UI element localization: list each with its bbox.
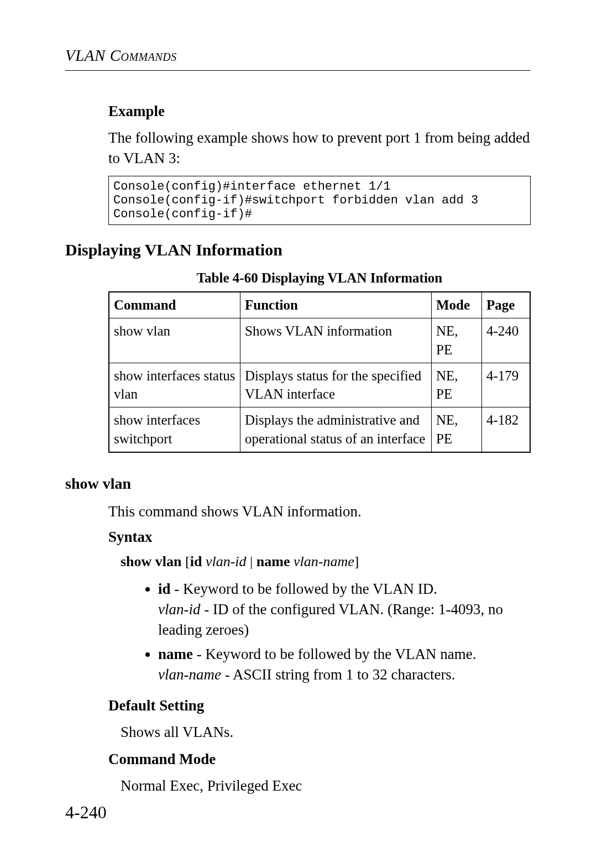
- syntax-line: show vlan [id vlan-id | name vlan-name]: [121, 553, 531, 570]
- bullet-kw: name: [158, 646, 193, 662]
- th-page: Page: [482, 292, 531, 318]
- list-item: id - Keyword to be followed by the VLAN …: [158, 579, 531, 641]
- command-name-heading: show vlan: [65, 475, 531, 493]
- bullet-kw: id: [158, 581, 171, 597]
- page: VLAN Commands Example The following exam…: [0, 0, 597, 868]
- vlan-info-table: Command Function Mode Page show vlan Sho…: [108, 291, 531, 452]
- syntax-kw: show vlan: [121, 553, 182, 569]
- syntax-kw-name: name: [256, 553, 290, 569]
- table-row: show interfaces switchport Displays the …: [109, 407, 530, 452]
- bullet-arg: vlan-id: [158, 601, 200, 618]
- syntax-bullets: id - Keyword to be followed by the VLAN …: [144, 579, 531, 685]
- th-function: Function: [240, 292, 432, 318]
- example-heading: Example: [108, 103, 531, 120]
- table-header-row: Command Function Mode Page: [109, 292, 530, 318]
- syntax-pipe: |: [250, 553, 253, 569]
- bullet-rest: - Keyword to be followed by the VLAN nam…: [193, 646, 476, 662]
- example-code: Console(config)#interface ethernet 1/1 C…: [108, 176, 531, 226]
- syntax-rbracket: ]: [354, 553, 359, 569]
- mode-text: Normal Exec, Privileged Exec: [121, 776, 531, 797]
- syntax-arg-vlanid: vlan-id: [206, 553, 247, 569]
- bullet-rest: - Keyword to be followed by the VLAN ID.: [171, 581, 437, 597]
- td-function: Displays the administrative and operatio…: [240, 407, 432, 452]
- syntax-heading: Syntax: [108, 529, 531, 546]
- td-mode: NE, PE: [432, 318, 482, 363]
- th-command: Command: [109, 292, 240, 318]
- td-function: Shows VLAN information: [240, 318, 432, 363]
- td-mode: NE, PE: [432, 407, 482, 452]
- table-row: show interfaces status vlan Displays sta…: [109, 363, 530, 407]
- running-head: VLAN Commands: [65, 46, 531, 65]
- example-section: Example The following example shows how …: [108, 103, 531, 225]
- section-heading: Displaying VLAN Information: [65, 240, 531, 259]
- td-command: show vlan: [109, 318, 240, 363]
- command-desc: This command shows VLAN information.: [108, 501, 531, 522]
- td-page: 4-179: [482, 363, 531, 407]
- syntax-lbracket: [: [185, 553, 190, 569]
- th-mode: Mode: [432, 292, 482, 318]
- syntax-arg-vlanname: vlan-name: [294, 553, 354, 569]
- td-command: show interfaces switchport: [109, 407, 240, 452]
- bullet-argrest: - ID of the configured VLAN. (Range: 1-4…: [158, 601, 503, 638]
- mode-heading: Command Mode: [108, 751, 531, 768]
- td-page: 4-240: [482, 318, 531, 363]
- default-text: Shows all VLANs.: [121, 722, 531, 743]
- syntax-kw-id: id: [190, 553, 202, 569]
- table-row: show vlan Shows VLAN information NE, PE …: [109, 318, 530, 363]
- default-heading: Default Setting: [108, 697, 531, 714]
- header-rule: [65, 70, 531, 71]
- command-body: This command shows VLAN information. Syn…: [108, 501, 531, 797]
- table-caption: Table 4-60 Displaying VLAN Information: [108, 270, 531, 286]
- list-item: name - Keyword to be followed by the VLA…: [158, 644, 531, 686]
- table-section: Table 4-60 Displaying VLAN Information C…: [108, 270, 531, 452]
- td-command: show interfaces status vlan: [109, 363, 240, 407]
- td-mode: NE, PE: [432, 363, 482, 407]
- td-function: Displays status for the specified VLAN i…: [240, 363, 432, 407]
- page-number: 4-240: [65, 802, 107, 823]
- bullet-argrest: - ASCII string from 1 to 32 characters.: [221, 666, 455, 683]
- example-intro: The following example shows how to preve…: [108, 128, 531, 169]
- td-page: 4-182: [482, 407, 531, 452]
- bullet-arg: vlan-name: [158, 666, 221, 683]
